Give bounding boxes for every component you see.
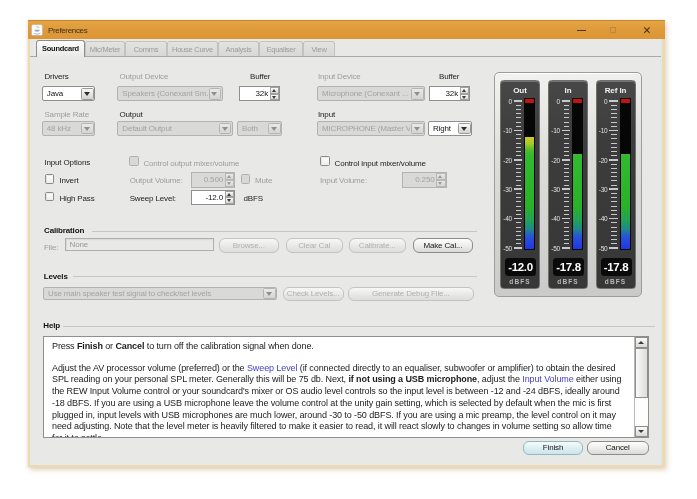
sample-rate-value: 48 kHz [47, 122, 80, 135]
meter-minor-tick [611, 126, 617, 127]
buffer-in-spinner[interactable]: 32k [429, 86, 470, 101]
input-options-label: Input Options [44, 158, 90, 167]
levels-combo-value: Use main speaker test signal to check/se… [48, 288, 262, 300]
meter-major-tick [562, 188, 571, 190]
meter-minor-tick [611, 176, 617, 177]
spin-down-icon [436, 180, 446, 187]
spin-down-icon[interactable] [225, 197, 235, 204]
close-button[interactable]: ✕ [631, 21, 661, 40]
preferences-dialog: Preferences ✕ SoundcardMic/MeterCommsHou… [28, 20, 665, 467]
help-link[interactable]: Sweep Level [247, 363, 297, 373]
meter-minor-tick [564, 147, 570, 148]
meter-minor-tick [564, 134, 570, 135]
meter-major-tick [514, 188, 523, 190]
input-volume-value: 0.250 [405, 173, 435, 187]
meter-major-tick [562, 218, 571, 220]
levels-combobox[interactable]: Use main speaker test signal to check/se… [43, 287, 277, 301]
high-pass-checkbox[interactable] [45, 192, 55, 202]
meter-readout: -12.0 [505, 258, 536, 276]
tab-mic-meter[interactable]: Mic/Meter [85, 41, 125, 56]
tab-analysis[interactable]: Analysis [218, 41, 259, 56]
meter-minor-tick [516, 197, 522, 198]
icon-steam [37, 26, 38, 28]
meter-minor-tick [611, 210, 617, 211]
tab-view[interactable]: View [303, 41, 335, 56]
meter-bar-gradient [525, 137, 534, 249]
help-textarea[interactable]: Press Finish or Cancel to turn off the c… [43, 336, 649, 439]
meter-minor-tick [564, 138, 570, 139]
help-link[interactable]: Input Volume [522, 374, 573, 384]
chevron-down-icon[interactable] [458, 123, 471, 135]
input-channel-combobox[interactable]: Right [428, 121, 472, 136]
chevron-down-icon [411, 88, 424, 100]
tab-soundcard[interactable]: Soundcard [36, 40, 85, 57]
meter-bar-gradient [573, 154, 582, 249]
spin-down-icon[interactable] [460, 94, 470, 101]
meter-minor-tick [564, 193, 570, 194]
meter-minor-tick [516, 172, 522, 173]
meter-minor-tick [564, 235, 570, 236]
spinner-buttons [225, 173, 235, 187]
meter-scale-label: -20 [538, 157, 560, 164]
cancel-button[interactable]: Cancel [587, 441, 649, 455]
meter-scale-label: -50 [538, 245, 560, 252]
output-channel-combobox: Both [237, 121, 282, 136]
meter-minor-tick [611, 214, 617, 215]
buffer-in-label: Buffer [439, 72, 459, 81]
meter-scale-label: -10 [490, 127, 512, 134]
meter-unit-label: dBFS [597, 278, 635, 285]
meter-readout: -17.8 [601, 258, 632, 276]
maximize-button[interactable] [597, 21, 627, 40]
drivers-combobox[interactable]: Java [42, 86, 95, 101]
meter-minor-tick [564, 151, 570, 152]
meter-bar [524, 98, 535, 250]
meter-scale-label: 0 [586, 98, 608, 105]
help-scrollbar[interactable] [634, 337, 648, 438]
meter-minor-tick [564, 197, 570, 198]
meter-minor-tick [564, 164, 570, 165]
meter-minor-tick [564, 180, 570, 181]
finish-button[interactable]: Finish [523, 441, 583, 455]
meter-unit-label: dBFS [501, 278, 539, 285]
close-icon: ✕ [642, 23, 652, 37]
minimize-button[interactable] [566, 21, 596, 40]
spin-up-icon[interactable] [225, 191, 235, 198]
tab-comms[interactable]: Comms [125, 41, 167, 56]
meter-minor-tick [611, 227, 617, 228]
help-text-segment: or [103, 341, 116, 351]
control-input-checkbox[interactable] [320, 156, 330, 166]
meter-clip-indicator [573, 99, 582, 103]
mute-label: Mute [255, 176, 272, 185]
scroll-up-icon[interactable] [635, 337, 648, 349]
tab-equaliser[interactable]: Equaliser [259, 41, 303, 56]
title-bar[interactable]: Preferences ✕ [28, 20, 665, 39]
buffer-out-spinner[interactable]: 32k [239, 86, 280, 101]
input-device-value: Microphone (Conexant ... [322, 87, 410, 100]
cal-file-field[interactable]: None [65, 238, 214, 252]
maximize-icon [610, 27, 616, 33]
spin-down-icon[interactable] [270, 94, 280, 101]
meter-minor-tick [516, 168, 522, 169]
high-pass-label: High Pass [59, 194, 94, 203]
meter-clip-indicator [621, 99, 630, 103]
meter-major-tick [609, 130, 618, 132]
chevron-down-icon[interactable] [81, 88, 94, 100]
chevron-down-icon[interactable] [263, 288, 276, 299]
meter-readout: -17.8 [553, 258, 584, 276]
meter-minor-tick [516, 193, 522, 194]
calibration-title: Calibration [44, 226, 84, 235]
tab-house-curve[interactable]: House Curve [167, 41, 218, 56]
sweep-level-spinner[interactable]: -12.0 [191, 190, 235, 206]
meter-minor-tick [516, 105, 522, 106]
output-device-label: Output Device [120, 72, 169, 81]
scrollbar-thumb[interactable] [635, 348, 648, 398]
control-output-checkbox [129, 156, 139, 166]
check-levels-button: Check Levels... [283, 287, 344, 302]
meter-minor-tick [516, 239, 522, 240]
make-cal-button[interactable]: Make Cal... [413, 238, 473, 253]
scroll-down-icon[interactable] [635, 426, 648, 438]
meter-minor-tick [516, 243, 522, 244]
invert-checkbox[interactable] [45, 174, 55, 184]
meter-minor-tick [564, 201, 570, 202]
output-volume-spinner: 0.500 [191, 172, 235, 188]
